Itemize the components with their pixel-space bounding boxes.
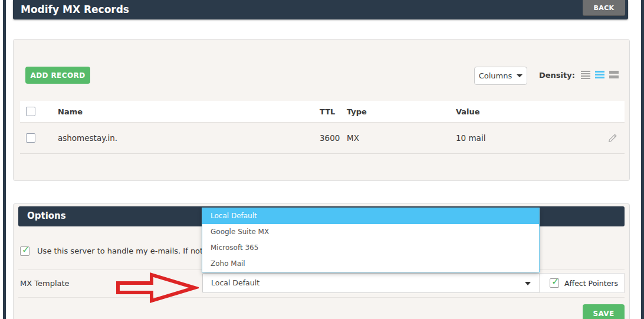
email-handling-checkbox[interactable] <box>20 246 29 256</box>
density-control: Density: <box>539 71 619 80</box>
mx-template-select[interactable]: Local Default <box>202 273 540 293</box>
record-value: 10 mail <box>456 123 485 154</box>
edit-record-button[interactable] <box>607 133 618 144</box>
dropdown-option-microsoft-365[interactable]: Microsoft 365 <box>202 240 539 256</box>
record-type: MX <box>347 123 359 154</box>
record-name: ashomestay.in. <box>58 123 117 154</box>
page: Modify MX Records BACK ADD RECORD Column… <box>0 0 644 319</box>
column-header-value: Value <box>456 101 480 123</box>
mx-template-dropdown-menu: Local Default Google Suite MX Microsoft … <box>202 208 540 272</box>
mx-template-label: MX Template <box>20 279 70 288</box>
records-card: ADD RECORD Columns Density: Name TTL Typ… <box>13 39 630 181</box>
background-edge-right <box>641 0 644 319</box>
pencil-icon <box>607 133 618 144</box>
dropdown-option-local-default[interactable]: Local Default <box>202 208 539 224</box>
back-button[interactable]: BACK <box>583 0 625 16</box>
density-comfortable-icon[interactable] <box>609 71 619 80</box>
page-header: Modify MX Records BACK <box>13 0 628 19</box>
select-all-checkbox[interactable] <box>26 107 35 116</box>
background-edge-left <box>3 0 6 319</box>
density-medium-icon[interactable] <box>595 71 604 80</box>
table-row: ashomestay.in. 3600 MX 10 mail <box>20 123 625 154</box>
column-header-ttl: TTL <box>320 101 335 123</box>
affect-pointers-label: Affect Pointers <box>564 274 618 293</box>
columns-dropdown-button[interactable]: Columns <box>474 67 527 85</box>
add-record-button[interactable]: ADD RECORD <box>25 67 90 84</box>
chevron-down-icon <box>517 74 523 77</box>
affect-pointers-checkbox[interactable] <box>550 278 559 288</box>
column-header-type: Type <box>347 101 367 123</box>
dropdown-option-zoho-mail[interactable]: Zoho Mail <box>202 256 539 272</box>
row-checkbox[interactable] <box>26 133 35 143</box>
mx-template-selected-value: Local Default <box>211 274 259 292</box>
record-ttl: 3600 <box>320 123 340 154</box>
affect-pointers-panel: Affect Pointers <box>539 273 625 293</box>
select-caret-icon <box>525 282 531 285</box>
table-header-row: Name TTL Type Value <box>20 101 625 123</box>
page-title: Modify MX Records <box>21 0 129 19</box>
density-label: Density: <box>539 71 575 80</box>
dropdown-option-google-suite-mx[interactable]: Google Suite MX <box>202 224 539 240</box>
density-compact-icon[interactable] <box>581 71 590 80</box>
options-title: Options <box>27 206 66 226</box>
columns-button-label: Columns <box>479 71 512 80</box>
divider <box>18 297 625 298</box>
save-button[interactable]: SAVE <box>583 304 625 319</box>
annotation-arrow <box>113 269 199 304</box>
column-header-name: Name <box>58 101 83 123</box>
